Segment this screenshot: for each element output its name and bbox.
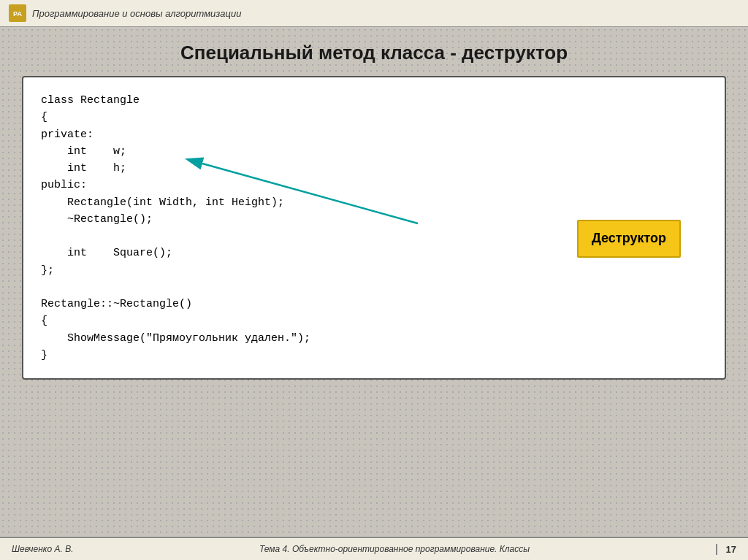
footer-page: 17 [716,544,736,555]
code-line-14: { [41,312,707,329]
code-box: class Rectangle { private: int w; int h;… [22,76,726,380]
code-line-11: }; [41,262,707,279]
code-line-16: } [41,347,707,364]
footer-author: Шевченко А. В. [12,544,73,554]
code-line-4: int w; [41,143,707,160]
slide-title: Специальный метод класса - деструктор [22,42,726,64]
code-line-13: Rectangle::~Rectangle() [41,296,707,312]
code-line-3: private: [41,126,707,143]
destructor-label: Деструктор [577,220,681,258]
main-content: Специальный метод класса - деструктор cl… [0,27,748,536]
footer: Шевченко А. В. Тема 4. Объектно-ориентир… [0,537,748,560]
header: PA Программирование и основы алгоритмиза… [0,0,748,27]
code-line-5: int h; [41,160,707,177]
header-icon: PA [9,4,26,22]
code-line-1: class Rectangle [41,92,707,109]
code-line-2: { [41,109,707,126]
svg-text:PA: PA [13,10,22,18]
footer-topic: Тема 4. Объектно-ориентированное програм… [259,544,530,554]
header-title: Программирование и основы алгоритмизации [32,8,241,19]
code-line-6: public: [41,177,707,193]
code-line-7: Rectangle(int Width, int Height); [41,194,707,211]
code-line-15: ShowMessage("Прямоугольник удален."); [41,330,707,347]
code-line-12 [41,279,707,296]
